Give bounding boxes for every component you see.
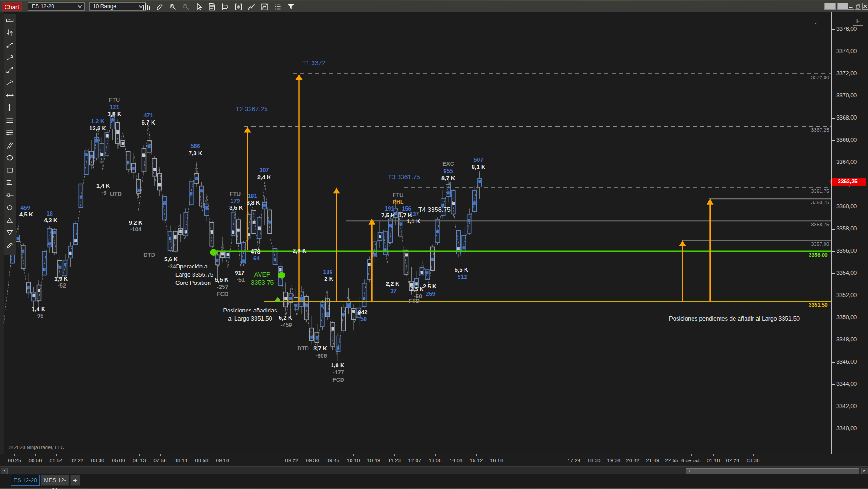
price-tick-mark	[832, 140, 835, 141]
price-tick-label: 3352,00	[836, 292, 857, 298]
tool-line-segment-button[interactable]	[5, 40, 14, 50]
candle	[21, 245, 25, 269]
entry-dot-marker[interactable]	[210, 249, 217, 256]
candle-volume-block	[179, 230, 182, 233]
time-tick-label: 05:00	[112, 458, 125, 463]
tool-triangle-up-button[interactable]	[5, 216, 14, 225]
tool-circle-button[interactable]	[5, 203, 14, 212]
tool-vertical-line-button[interactable]	[5, 103, 14, 112]
price-tick-mark	[832, 52, 835, 52]
tool-freehand-draw-button[interactable]	[5, 240, 14, 250]
candle-volume-block	[300, 297, 303, 301]
candle-volume-block	[43, 268, 46, 271]
candle-volume-block	[227, 253, 229, 256]
trade-arrow-head[interactable]	[333, 187, 340, 193]
tool-triangle-down-button[interactable]	[5, 228, 14, 237]
time-tick-label: 02:22	[71, 458, 84, 463]
time-tick-label: 09:45	[327, 458, 340, 463]
tool-fib-retracement-button[interactable]	[5, 115, 14, 125]
time-tick-mark	[139, 454, 140, 456]
candle-volume-block	[310, 336, 313, 339]
candle-volume-block	[95, 139, 98, 143]
candle	[90, 151, 94, 165]
trade-arrow-head[interactable]	[369, 219, 375, 225]
tool-risk-reward-button[interactable]	[5, 28, 14, 38]
tool-parallel-channel-button[interactable]	[5, 140, 14, 150]
price-axis[interactable]: F 3362,25 3376,003374,003372,003370,0033…	[832, 12, 868, 454]
tool-ellipse-button[interactable]	[5, 153, 14, 163]
arrow-line-icon	[5, 78, 14, 87]
price-tick-label: 3372,00	[836, 70, 857, 77]
time-tick-mark	[574, 454, 574, 456]
time-tick-mark	[497, 454, 497, 456]
candle-volume-block	[148, 144, 151, 148]
ray-icon	[5, 53, 14, 62]
regression-channel-icon	[5, 191, 14, 199]
time-tick-label: 17:24	[568, 458, 581, 463]
time-tick-mark	[119, 454, 119, 456]
candle	[294, 297, 298, 309]
tool-ruler-button[interactable]	[5, 15, 14, 25]
time-tick-mark	[202, 454, 202, 456]
price-tick-label: 3340,00	[836, 425, 857, 431]
horizontal-scrollbar[interactable]: ◄ ►	[0, 466, 868, 474]
entry-dot-marker[interactable]	[278, 272, 285, 278]
candle-volume-block	[142, 153, 145, 157]
circle-icon	[5, 203, 14, 212]
candle-volume-block	[216, 259, 218, 262]
time-tick-label: 14:06	[450, 458, 463, 463]
add-position-triangle-marker[interactable]	[274, 297, 281, 302]
tool-ray-button[interactable]	[5, 53, 14, 62]
time-tick-label: 11:23	[388, 458, 401, 463]
time-tick-mark	[394, 454, 395, 456]
candle-volume-block	[321, 304, 323, 307]
candle-volume-block	[221, 252, 224, 255]
time-tick-mark	[733, 454, 733, 456]
price-axis-f-badge[interactable]: F	[853, 16, 863, 26]
price-tick-label: 3350,00	[836, 314, 857, 321]
extended-line-icon	[5, 66, 14, 74]
time-tick-label: 09:30	[306, 458, 319, 463]
candle-volume-block	[405, 253, 408, 256]
tool-text-levels-button[interactable]	[5, 178, 14, 187]
price-tick-label: 3364,00	[836, 159, 857, 165]
candle-volume-block	[22, 250, 24, 253]
time-axis[interactable]: 00:2500:5601:5402:2203:3005:0006:1307:56…	[0, 454, 868, 466]
time-tick-label: 06:13	[133, 458, 146, 463]
chart-plot[interactable]	[0, 0, 868, 489]
candle-volume-block	[106, 134, 109, 138]
candle-volume-block	[242, 259, 245, 263]
trade-arrow-head[interactable]	[296, 74, 303, 80]
candle-volume-block	[352, 310, 355, 313]
candle-volume-block	[80, 196, 82, 199]
add-tab-button[interactable]: +	[70, 475, 80, 486]
candle	[446, 184, 450, 196]
tool-extended-line-button[interactable]	[5, 65, 14, 75]
tool-fib-extension-button[interactable]	[5, 128, 14, 137]
scrollbar-thumb[interactable]	[686, 468, 859, 474]
last-price-tag: 3362,25	[829, 178, 866, 186]
tool-regression-channel-button[interactable]	[5, 190, 14, 200]
tab-es-12-20[interactable]: ES 12-20	[11, 475, 40, 486]
candle-volume-block	[421, 271, 423, 274]
tool-arrow-line-button[interactable]	[5, 78, 14, 87]
trade-arrow-head[interactable]	[679, 240, 686, 246]
trade-arrow-head[interactable]	[707, 199, 714, 205]
price-tick-label: 3346,00	[836, 359, 857, 365]
tool-horizontal-line-button[interactable]	[5, 91, 14, 100]
candle-volume-block	[17, 237, 19, 240]
scroll-left-button[interactable]: ◄	[1, 468, 8, 474]
tab-mes-12-20[interactable]: MES 12-20	[41, 475, 69, 486]
trade-arrow-head[interactable]	[244, 126, 251, 132]
tool-rectangle-button[interactable]	[5, 165, 14, 175]
candle-volume-block	[163, 201, 166, 205]
candle-volume-block	[137, 189, 140, 192]
scroll-right-button[interactable]: ►	[861, 468, 868, 474]
candle-volume-block	[158, 183, 161, 186]
candle	[210, 223, 214, 246]
candle-volume-block	[284, 297, 287, 300]
go-to-last-bar-icon[interactable]: ←	[812, 15, 824, 29]
time-tick-label: 01:54	[50, 458, 63, 463]
candle-volume-block	[347, 303, 350, 307]
time-tick-label: 07:56	[154, 458, 167, 463]
